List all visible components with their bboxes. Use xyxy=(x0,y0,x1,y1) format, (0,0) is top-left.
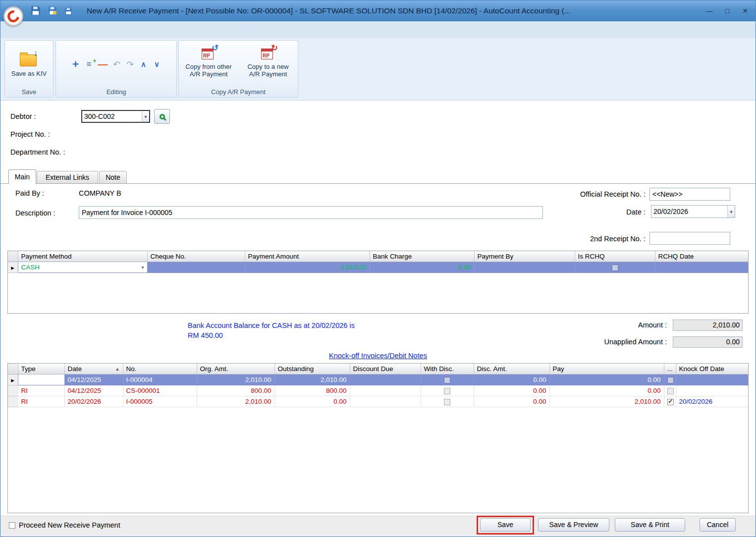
move-up-icon[interactable]: ∧ xyxy=(139,60,148,69)
cell-payment-amount[interactable]: 2,010.00 xyxy=(245,262,370,273)
col-cheque-no[interactable]: Cheque No. xyxy=(147,251,245,262)
col-payment-amount[interactable]: Payment Amount xyxy=(245,251,370,262)
chevron-down-icon[interactable]: ▾ xyxy=(141,265,144,270)
save-icon[interactable] xyxy=(29,4,42,17)
knockoff-row[interactable]: ▸ RI 04/12/2025 I-000004 2,010.00 2,010.… xyxy=(8,375,749,385)
cell-outstanding[interactable]: 800.00 xyxy=(274,385,350,396)
date-dropdown-button[interactable]: ▾ xyxy=(727,206,735,217)
is-rchq-checkbox[interactable] xyxy=(612,265,618,271)
save-print-button[interactable]: Save & Print xyxy=(615,518,685,532)
debtor-dropdown-button[interactable]: ▾ xyxy=(142,111,149,122)
save-as-icon[interactable] xyxy=(46,4,59,17)
debtor-lookup-button[interactable] xyxy=(154,109,170,124)
col-payment-method[interactable]: Payment Method xyxy=(18,251,147,262)
cell-knock-off-date[interactable]: 20/02/2026 xyxy=(676,396,749,407)
cell-org-amt[interactable]: 2,010.00 xyxy=(197,396,274,407)
debtor-input[interactable] xyxy=(82,111,142,122)
col-no[interactable]: No. xyxy=(123,364,197,375)
maximize-button[interactable]: □ xyxy=(721,5,734,17)
cell-outstanding[interactable]: 2,010.00 xyxy=(274,375,350,385)
date-input[interactable] xyxy=(651,206,727,217)
col-knock-check[interactable]: ... xyxy=(664,364,676,375)
col-bank-charge[interactable]: Bank Charge xyxy=(370,251,474,262)
cell-no[interactable]: I-000004 xyxy=(123,375,197,385)
with-disc-checkbox[interactable] xyxy=(444,388,450,394)
paid-by-value: COMPANY B xyxy=(79,189,121,197)
undo-icon[interactable]: ↶ xyxy=(112,59,121,70)
cell-discount-due[interactable] xyxy=(350,385,421,396)
close-button[interactable]: ✕ xyxy=(739,5,752,17)
proceed-checkbox[interactable] xyxy=(9,522,15,529)
cell-date[interactable]: 20/02/2026 xyxy=(64,396,123,407)
cell-no[interactable]: I-000005 xyxy=(123,396,197,407)
cell-type[interactable]: RI xyxy=(18,396,64,407)
window-controls: — □ ✕ xyxy=(703,5,752,17)
cell-knock-off-date[interactable] xyxy=(676,375,749,385)
second-receipt-input[interactable] xyxy=(650,232,730,244)
debtor-combobox[interactable]: ▾ xyxy=(81,110,150,123)
cell-no[interactable]: CS-000001 xyxy=(123,385,197,396)
col-org-amt[interactable]: Org. Amt. xyxy=(197,364,274,375)
cell-type[interactable]: RI xyxy=(18,385,64,396)
cell-pay[interactable]: 0.00 xyxy=(549,385,664,396)
cell-rchq-date[interactable] xyxy=(655,262,749,273)
col-outstanding[interactable]: Outstanding xyxy=(274,364,350,375)
cell-type[interactable]: RI xyxy=(18,375,64,385)
col-rchq-date[interactable]: RCHQ Date xyxy=(655,251,749,262)
cell-bank-charge[interactable]: 0.00 xyxy=(370,262,474,273)
cancel-button[interactable]: Cancel xyxy=(700,518,736,532)
cell-date[interactable]: 04/12/2025 xyxy=(64,375,123,385)
add-row-icon[interactable]: + xyxy=(71,58,80,71)
cell-payment-by[interactable] xyxy=(474,262,575,273)
redo-icon[interactable]: ↷ xyxy=(126,59,135,70)
col-is-rchq[interactable]: Is RCHQ xyxy=(575,251,655,262)
copy-from-other-button[interactable]: ↺ Copy from other A/R Payment xyxy=(180,45,237,80)
knock-off-checkbox[interactable] xyxy=(667,377,674,383)
move-down-icon[interactable]: ∨ xyxy=(153,60,162,69)
cell-pay[interactable]: 2,010.00 xyxy=(549,396,664,407)
add-detail-icon[interactable]: ≡+ xyxy=(85,59,94,69)
cell-discount-due[interactable] xyxy=(350,375,421,385)
payment-row[interactable]: ▸ CASH ▾ 2,010.00 0.00 xyxy=(8,262,749,273)
cell-disc-amt[interactable]: 0.00 xyxy=(474,396,549,407)
tab-external-links[interactable]: External Links xyxy=(37,171,98,184)
col-with-disc[interactable]: With Disc. xyxy=(421,364,474,375)
delete-row-icon[interactable]: — xyxy=(98,58,108,70)
cell-payment-method[interactable]: CASH ▾ xyxy=(18,262,147,273)
knockoff-row[interactable]: RI 20/02/2026 I-000005 2,010.00 0.00 0.0… xyxy=(8,396,749,407)
official-receipt-input[interactable] xyxy=(650,188,730,200)
col-pay[interactable]: Pay xyxy=(549,364,664,375)
cell-discount-due[interactable] xyxy=(350,396,421,407)
knockoff-title-link[interactable]: Knock-off Invoices/Debit Notes xyxy=(329,352,427,360)
col-disc-amt[interactable]: Disc. Amt. xyxy=(474,364,549,375)
copy-to-new-button[interactable]: ↻ Copy to a new A/R Payment xyxy=(239,45,297,80)
cell-cheque-no[interactable] xyxy=(147,262,245,273)
cell-disc-amt[interactable]: 0.00 xyxy=(474,375,549,385)
col-discount-due[interactable]: Discount Due xyxy=(350,364,421,375)
knock-off-checkbox[interactable] xyxy=(667,388,674,394)
save-as-kiv-button[interactable]: ↓ Save as KIV xyxy=(8,50,50,79)
knock-off-checkbox[interactable] xyxy=(667,399,674,405)
tab-main[interactable]: Main xyxy=(8,169,36,184)
description-input[interactable] xyxy=(79,207,542,218)
cell-knock-off-date[interactable] xyxy=(676,385,749,396)
col-payment-by[interactable]: Payment By xyxy=(474,251,575,262)
col-knock-off-date[interactable]: Knock Off Date xyxy=(676,364,749,375)
with-disc-checkbox[interactable] xyxy=(444,399,450,405)
cell-org-amt[interactable]: 800.00 xyxy=(197,385,274,396)
tab-note[interactable]: Note xyxy=(99,171,127,184)
save-all-icon[interactable] xyxy=(63,4,76,17)
date-picker[interactable]: ▾ xyxy=(651,205,735,218)
cell-date[interactable]: 04/12/2025 xyxy=(64,385,123,396)
cell-outstanding[interactable]: 0.00 xyxy=(274,396,350,407)
cell-org-amt[interactable]: 2,010.00 xyxy=(197,375,274,385)
with-disc-checkbox[interactable] xyxy=(444,377,450,383)
save-preview-button[interactable]: Save & Preview xyxy=(538,518,609,532)
cell-pay[interactable]: 0.00 xyxy=(549,375,664,385)
col-date[interactable]: Date▲ xyxy=(64,364,123,375)
knockoff-row[interactable]: RI 04/12/2025 CS-000001 800.00 800.00 0.… xyxy=(8,385,749,396)
save-button[interactable]: Save xyxy=(480,518,531,532)
col-type[interactable]: Type xyxy=(18,364,64,375)
minimize-button[interactable]: — xyxy=(703,5,716,17)
cell-disc-amt[interactable]: 0.00 xyxy=(474,385,549,396)
